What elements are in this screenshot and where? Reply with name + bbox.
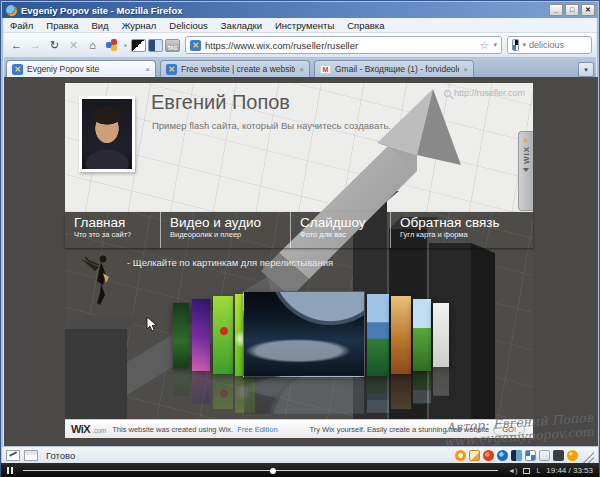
browser-window: Evgeniy Popov site - Mozilla Firefox _ □… [0,0,600,477]
player-l-label: L [536,467,540,474]
tab-close-icon[interactable]: × [145,65,150,74]
menu-file[interactable]: Файл [10,20,33,31]
player-time: 19:44 / 33:53 [546,466,593,475]
fullscreen-icon[interactable] [523,468,530,474]
menu-bookmarks[interactable]: Закладки [221,20,262,31]
statusbar-tray [455,450,578,461]
page-viewport: Евгений Попов Пример flash сайта, которы… [4,77,598,446]
gallery-image-active[interactable] [243,291,365,377]
gallery-image[interactable] [413,299,431,371]
site-header-background [65,83,533,212]
mouse-cursor [146,317,159,332]
reload-button[interactable]: ↻ [46,37,63,54]
wix-side-tab[interactable]: ✕ WIX [518,131,533,211]
tab-bar: ✕ Evgeniy Popov site × ✕ Free website | … [4,58,596,77]
site-tagline: Пример flash сайта, который Вы научитесь… [152,120,391,131]
side-tab-arrow-icon [523,168,529,172]
character-figure [79,251,127,309]
menu-delicious[interactable]: Delicious [169,20,208,31]
portrait-photo[interactable] [79,96,135,172]
status-bar: Готово [2,446,598,463]
magnifier-icon [444,90,451,97]
notes-icon[interactable] [469,450,480,461]
gallery-hint: - Щелкайте по картинкам для перелистыван… [127,257,333,268]
firefox-icon [6,5,17,16]
seek-knob[interactable] [270,468,276,474]
pin-icon[interactable] [553,450,564,461]
wix-x-icon: ✕ [523,137,529,144]
gmail-favicon: M [320,65,331,74]
gallery-image[interactable] [391,296,411,374]
gallery-image[interactable] [173,303,189,367]
nav-slideshow[interactable]: Слайдшоу Фото для вас [290,212,390,248]
site-nav: Главная Что это за сайт? Видео и аудио В… [65,212,533,248]
created-with-wix-text: This website was created using Wix. [112,425,233,434]
seek-bar[interactable] [23,470,499,471]
engine-dropdown-icon[interactable]: ▾ [522,41,526,49]
url-text[interactable]: https://www.wix.com/ruseller/ruseller [205,40,476,51]
wix-site: Евгений Попов Пример flash сайта, которы… [65,83,533,438]
site-title: Евгений Попов [151,91,290,114]
gallery-image[interactable] [433,303,449,367]
title-bar[interactable]: Evgeniy Popov site - Mozilla Firefox _ □… [2,2,598,18]
pause-button[interactable] [7,467,13,474]
nav-video-audio[interactable]: Видео и аудио Видеоролик и плеер [160,212,290,248]
ruseller-link[interactable]: http://ruseller.com [444,88,525,98]
url-dropdown-icon[interactable]: ▾ [493,41,497,49]
tag-addon-icon[interactable]: TAG [165,39,180,52]
pen-addon-icon[interactable] [6,450,20,461]
toolbar-separator [124,44,127,47]
layout-addon-icon[interactable] [24,450,38,461]
screengrab-addon-icon[interactable] [131,39,146,52]
stop-button[interactable]: ✕ [65,37,82,54]
nav-contact[interactable]: Обратная связь Гугл карта и форма [390,212,533,248]
search-box[interactable]: ▾ [507,36,592,54]
downloads-icon[interactable] [483,450,494,461]
menu-history[interactable]: Журнал [122,20,157,31]
close-button[interactable]: ✕ [581,4,595,16]
tab-close-icon[interactable]: × [463,65,468,74]
grid-addon-icon[interactable] [525,450,536,461]
home-button[interactable]: ⌂ [84,37,101,54]
wix-favicon: ✕ [166,64,177,75]
wix-favicon: ✕ [12,64,23,75]
alarm-clock-icon[interactable] [455,450,466,461]
gallery-image[interactable] [213,296,233,374]
menu-help[interactable]: Справка [347,20,384,31]
url-bar[interactable]: ✕ https://www.wix.com/ruseller/ruseller … [185,36,502,54]
back-button[interactable]: ← [8,37,25,54]
portrait-image [82,99,132,169]
resize-grip[interactable] [582,451,594,463]
bookmark-star-icon[interactable]: ☆ [480,39,490,52]
nav-home[interactable]: Главная Что это за сайт? [65,212,160,248]
gallery-image[interactable] [367,294,389,376]
maximize-button[interactable]: □ [565,4,579,16]
mail-icon[interactable] [539,450,550,461]
status-text: Готово [46,450,451,461]
search-input[interactable] [529,40,587,50]
browser-sync-icon[interactable] [497,450,508,461]
sidebar-addon-icon[interactable] [148,39,163,52]
wix-favicon: ✕ [190,40,201,51]
video-player-bar: ◄) L 19:44 / 33:53 [1,463,599,477]
list-all-tabs-button[interactable]: ▾ [578,62,594,77]
smiley-icon[interactable] [567,450,578,461]
forward-button[interactable]: → [27,37,44,54]
tab-free-website[interactable]: ✕ Free website | create a website × [160,60,310,77]
window-title: Evgeniy Popov site - Mozilla Firefox [21,5,549,16]
menu-tools[interactable]: Инструменты [275,20,334,31]
menu-edit[interactable]: Правка [46,20,78,31]
gallery-image[interactable] [192,299,210,371]
menu-view[interactable]: Вид [91,20,108,31]
volume-icon[interactable]: ◄) [508,467,517,474]
panels-icon[interactable] [511,450,522,461]
free-edition-link[interactable]: Free Edition [237,425,277,434]
wix-logo-tld: .com [92,427,106,434]
wix-logo[interactable]: WiX [71,423,90,435]
minimize-button[interactable]: _ [549,4,563,16]
tab-close-icon[interactable]: × [299,65,304,74]
tab-gmail[interactable]: M Gmail - Входящие (1) - forvideolessons… [314,60,474,77]
delicious-bookmark-icon[interactable] [103,37,120,54]
tab-evgeniy-popov-site[interactable]: ✕ Evgeniy Popov site × [6,60,156,77]
search-engine-icon[interactable] [512,39,519,51]
